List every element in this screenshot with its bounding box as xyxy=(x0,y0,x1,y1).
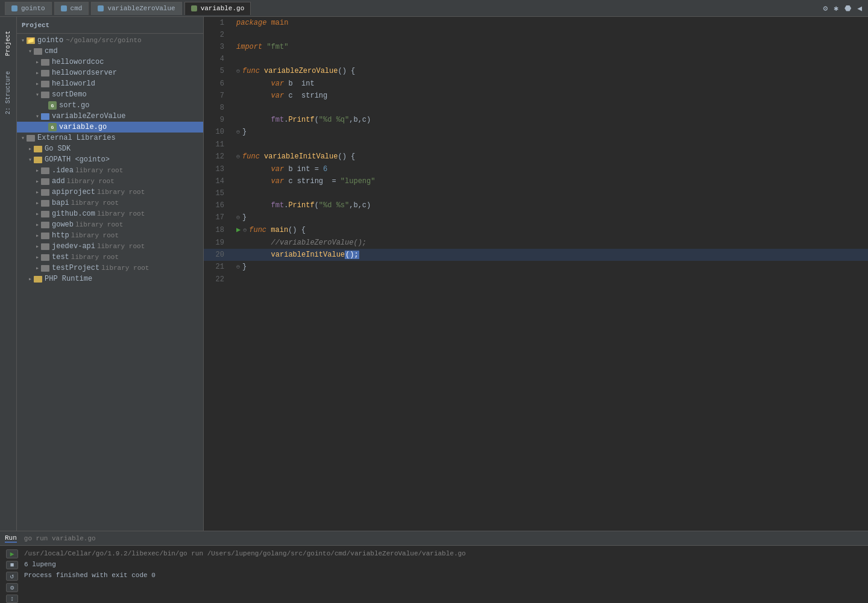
tree-item-apiproject[interactable]: apiproject library root xyxy=(17,187,203,198)
line-content-20[interactable]: variableInitValue(); xyxy=(234,249,868,261)
tree-item-variableZeroValue[interactable]: variableZeroValue xyxy=(17,111,203,122)
line-content-4[interactable] xyxy=(234,53,868,65)
line-content-8[interactable] xyxy=(234,102,868,114)
line-content-3[interactable]: import "fmt" xyxy=(234,41,868,53)
line-content-7[interactable]: var c string xyxy=(234,90,868,102)
tab-variableZeroValue[interactable]: variableZeroValue xyxy=(91,2,181,15)
tree-item-variable-go[interactable]: G variable.go xyxy=(17,122,203,133)
line-content-2[interactable] xyxy=(234,29,868,41)
run-play-button[interactable]: ▶ xyxy=(6,549,18,558)
line-content-11[interactable] xyxy=(234,139,868,151)
line-number-2: 2 xyxy=(204,29,234,41)
arrow-external-libraries xyxy=(19,134,27,142)
folder-icon-github-com xyxy=(41,211,49,217)
arrow-goweb xyxy=(34,221,41,228)
fold-btn-17[interactable]: ⊖ xyxy=(236,214,240,221)
tree-item-add[interactable]: add library root xyxy=(17,176,203,187)
tree-item-goweb[interactable]: goweb library root xyxy=(17,219,203,230)
run-tab-run[interactable]: Run xyxy=(5,534,17,543)
tree-item-external-libraries[interactable]: External Libraries xyxy=(17,133,203,143)
line-content-14[interactable]: var c string = "lupeng" xyxy=(234,175,868,187)
asterisk-icon[interactable]: ✱ xyxy=(832,2,840,14)
bottom-panel: Run go run variable.go ▶ ■ ↺ ⚙ ↕ 📌 /usr/… xyxy=(0,531,868,603)
table-row: 16 fmt.Printf("%d %s",b,c) xyxy=(204,199,868,211)
run-settings-button[interactable]: ⚙ xyxy=(6,583,18,592)
line-number-17: 17 xyxy=(204,211,234,224)
tree-sublabel-github-com: library root xyxy=(97,210,145,217)
tree-item-hellowordcoc[interactable]: hellowordcoc xyxy=(17,57,203,67)
code-view[interactable]: 1 package main 2 3 import "fmt" xyxy=(204,17,868,531)
folder-icon-helloworld xyxy=(41,81,49,87)
tree-item-go-sdk[interactable]: Go SDK xyxy=(17,143,203,154)
go-file-icon-variable: G xyxy=(48,123,57,131)
line-content-9[interactable]: fmt.Printf("%d %q",b,c) xyxy=(234,114,868,126)
tree-item-testProject[interactable]: testProject library root xyxy=(17,263,203,273)
table-row: 7 var c string xyxy=(204,90,868,102)
line-content-17[interactable]: ⊖} xyxy=(234,211,868,224)
vertical-tab-project[interactable]: Project xyxy=(1,19,16,67)
run-tab-name: go run variable.go xyxy=(24,535,96,542)
tab-gointo[interactable]: gointo xyxy=(5,2,52,15)
fold-btn-5[interactable]: ⊖ xyxy=(236,68,240,75)
run-scroll-button[interactable]: ↕ xyxy=(6,595,18,603)
line-content-6[interactable]: var b int xyxy=(234,78,868,90)
tree-item-gointo[interactable]: 📁 gointo ~/golang/src/gointo xyxy=(17,35,203,46)
tree-label-test: test xyxy=(52,253,69,261)
line-content-5[interactable]: ⊖func variableZeroValue() { xyxy=(234,65,868,78)
project-tree[interactable]: 📁 gointo ~/golang/src/gointo cmd hellowo… xyxy=(17,34,203,531)
line-number-3: 3 xyxy=(204,41,234,53)
bar-icon-gopath xyxy=(34,157,42,163)
left-vertical-tabs: Project 2: Structure xyxy=(0,17,17,531)
fold-btn-10[interactable]: ⊖ xyxy=(236,129,240,136)
line-content-22[interactable] xyxy=(234,273,868,286)
tab-cmd[interactable]: cmd xyxy=(54,2,89,15)
run-rerun-button[interactable]: ↺ xyxy=(6,572,18,581)
line-content-12[interactable]: ⊖func variableInitValue() { xyxy=(234,151,868,163)
tree-item-gopath[interactable]: GOPATH <gointo> xyxy=(17,154,203,165)
line-content-16[interactable]: fmt.Printf("%d %s",b,c) xyxy=(234,199,868,211)
tree-item-github-com[interactable]: github.com library root xyxy=(17,208,203,219)
back-icon[interactable]: ◀ xyxy=(856,2,863,14)
tree-item-helloworld[interactable]: helloworld xyxy=(17,78,203,89)
run-output-line2: Process finished with exit code 0 xyxy=(24,570,863,581)
tab-variable-go[interactable]: variable.go xyxy=(184,2,251,15)
vertical-tab-structure[interactable]: 2: Structure xyxy=(1,69,16,117)
line-content-10[interactable]: ⊖} xyxy=(234,126,868,139)
folder-icon-idea xyxy=(41,167,49,174)
tree-item-test[interactable]: test library root xyxy=(17,252,203,263)
tree-item-jeedev-api[interactable]: jeedev-api library root xyxy=(17,241,203,252)
line-content-18[interactable]: ▶⊖func main() { xyxy=(234,224,868,237)
table-row: 13 var b int = 6 xyxy=(204,163,868,175)
fold-btn-18[interactable]: ⊖ xyxy=(243,227,247,234)
tree-item-idea[interactable]: .idea library root xyxy=(17,165,203,176)
tree-item-php-runtime[interactable]: PHP Runtime xyxy=(17,273,203,284)
line-content-13[interactable]: var b int = 6 xyxy=(234,163,868,175)
run-gutter-icon[interactable]: ▶ xyxy=(236,226,241,234)
line-content-21[interactable]: ⊖} xyxy=(234,261,868,273)
tree-sublabel-test: library root xyxy=(71,254,119,261)
run-side-buttons: ▶ ■ ↺ ⚙ ↕ 📌 xyxy=(5,548,19,601)
tree-item-sortDemo[interactable]: sortDemo xyxy=(17,89,203,100)
fold-btn-21[interactable]: ⊖ xyxy=(236,264,240,270)
fold-btn-12[interactable]: ⊖ xyxy=(236,154,240,160)
table-row-active: 20 variableInitValue(); xyxy=(204,249,868,261)
structure-icon[interactable]: ⬣ xyxy=(843,2,852,14)
tree-item-cmd[interactable]: cmd xyxy=(17,46,203,57)
tree-item-bapi[interactable]: bapi library root xyxy=(17,198,203,208)
tree-item-hellowordserver[interactable]: hellowordserver xyxy=(17,67,203,78)
line-content-15[interactable] xyxy=(234,187,868,199)
line-number-19: 19 xyxy=(204,237,234,249)
tab-cmd-label: cmd xyxy=(71,5,83,12)
line-number-12: 12 xyxy=(204,151,234,163)
project-title: Project xyxy=(22,22,49,29)
tree-item-http[interactable]: http library root xyxy=(17,230,203,241)
folder-icon-2 xyxy=(61,5,67,11)
run-stop-button[interactable]: ■ xyxy=(6,561,18,569)
project-panel: Project 📁 gointo ~/golang/src/gointo cmd xyxy=(17,17,204,531)
line-number-11: 11 xyxy=(204,139,234,151)
line-content-19[interactable]: //variableZeroValue(); xyxy=(234,237,868,249)
settings-icon[interactable]: ⚙ xyxy=(822,2,829,14)
tree-item-sort-go[interactable]: G sort.go xyxy=(17,100,203,111)
line-content-1[interactable]: package main xyxy=(234,17,868,29)
table-row: 11 xyxy=(204,139,868,151)
